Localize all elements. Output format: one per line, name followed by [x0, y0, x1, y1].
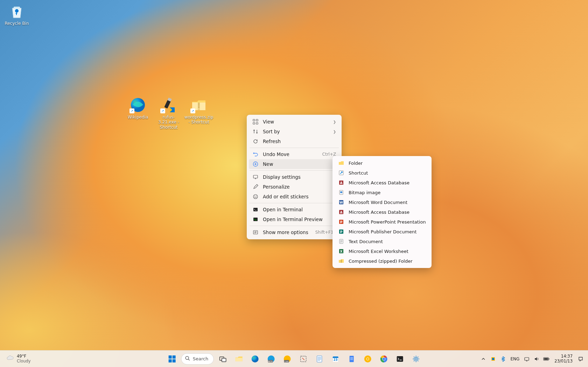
svg-rect-63 [492, 358, 494, 360]
taskbar-center: Search BETA CAN 23 [165, 351, 423, 367]
svg-text:W: W [340, 201, 343, 204]
start-button[interactable] [165, 352, 179, 366]
desktop-icon-wikipedia[interactable]: ↗ Wikipedia [122, 95, 153, 121]
tray-battery-icon[interactable] [542, 352, 551, 366]
taskbar-right: ENG 14:37 23/01/13 [479, 351, 585, 367]
desktop-icon-wordpress[interactable]: ↗ wordpress.zip - Shortcut [183, 95, 214, 126]
svg-rect-5 [256, 119, 258, 121]
svg-rect-36 [173, 359, 176, 362]
desktop-icon-label: wordpress.zip - Shortcut [184, 115, 214, 125]
search-button[interactable]: Search [181, 353, 214, 365]
display-icon [252, 174, 259, 180]
shortcut-icon [338, 170, 344, 176]
tray-volume-icon[interactable] [532, 352, 541, 366]
menu-item-display-settings[interactable]: Display settings [249, 172, 340, 182]
sort-icon [252, 128, 259, 135]
publisher-icon: P [338, 228, 344, 235]
tray-security-icon[interactable] [489, 352, 498, 366]
notifications-button[interactable] [576, 352, 585, 366]
menu-item-label: Open in Terminal [263, 207, 336, 212]
menu-item-open-terminal[interactable]: Open in Terminal [249, 205, 340, 214]
menu-item-new[interactable]: New ❯ [249, 159, 340, 169]
menu-divider [250, 203, 339, 203]
access-icon: A [338, 209, 344, 215]
sub-item-label: Microsoft Access Database [349, 210, 410, 215]
language-button[interactable]: ENG [508, 352, 522, 366]
svg-rect-4 [253, 119, 255, 121]
menu-item-undo-move[interactable]: Undo Move Ctrl+Z [249, 149, 340, 159]
shortcut-arrow-icon: ↗ [160, 108, 165, 113]
taskbar-left: 49°F Cloudy [4, 351, 34, 367]
svg-text:A: A [340, 211, 343, 214]
datetime-button[interactable]: 14:37 23/01/13 [552, 354, 575, 364]
svg-point-59 [383, 358, 385, 360]
menu-item-personalize[interactable]: Personalize [249, 182, 340, 192]
svg-text:P: P [340, 230, 343, 234]
refresh-icon [252, 138, 259, 144]
desktop-icon-rufus[interactable]: ↗ rufus-3.21.exe - Shortcut [153, 95, 184, 131]
calendar-button[interactable]: 23 [328, 352, 342, 366]
search-label: Search [193, 356, 209, 361]
menu-item-refresh[interactable]: Refresh [249, 136, 340, 146]
sub-item-shortcut[interactable]: Shortcut [335, 168, 429, 178]
snipping-tool-button[interactable] [296, 352, 310, 366]
menu-item-open-terminal-preview[interactable]: Open in Terminal Preview [249, 214, 340, 224]
svg-text:CAN: CAN [285, 360, 288, 362]
sub-item-access-1[interactable]: A Microsoft Access Database [335, 178, 429, 188]
undo-icon [252, 151, 259, 157]
svg-rect-34 [173, 355, 176, 359]
svg-rect-35 [169, 359, 172, 362]
weather-widget[interactable]: 49°F Cloudy [4, 353, 34, 365]
settings-button[interactable] [409, 352, 423, 366]
sub-item-bitmap[interactable]: Bitmap image [335, 188, 429, 197]
docs-button[interactable] [344, 352, 358, 366]
svg-rect-49 [317, 356, 322, 362]
svg-rect-9 [253, 175, 258, 178]
tray-network-icon[interactable] [522, 352, 531, 366]
chrome-canary-button[interactable] [360, 352, 374, 366]
show-more-icon [252, 229, 259, 235]
svg-rect-13 [253, 208, 258, 211]
sub-item-access-2[interactable]: A Microsoft Access Database [335, 207, 429, 217]
sub-item-label: Microsoft Access Database [349, 180, 410, 185]
menu-item-stickers[interactable]: Add or edit stickers [249, 192, 340, 202]
menu-item-show-more[interactable]: Show more options Shift+F10 [249, 227, 340, 237]
sub-item-text[interactable]: Text Document [335, 237, 429, 246]
terminal-preview-icon [252, 216, 259, 223]
bitmap-icon [338, 189, 344, 196]
notepad-button[interactable] [312, 352, 326, 366]
chrome-button[interactable] [377, 352, 391, 366]
desktop-icon-recycle-bin[interactable]: Recycle Bin [1, 1, 32, 27]
svg-text:X: X [340, 250, 343, 253]
shortcut-arrow-icon: ↗ [190, 108, 195, 113]
tray-bluetooth-icon[interactable] [498, 352, 507, 366]
sub-item-publisher[interactable]: P Microsoft Publisher Document [335, 227, 429, 237]
edge-button[interactable] [248, 352, 262, 366]
menu-divider [250, 148, 339, 148]
sub-item-excel[interactable]: X Microsoft Excel Worksheet [335, 246, 429, 256]
menu-divider [250, 226, 339, 226]
menu-item-sort-by[interactable]: Sort by ❯ [249, 127, 340, 136]
file-explorer-button[interactable] [232, 352, 246, 366]
excel-icon: X [338, 248, 344, 254]
sub-item-word[interactable]: W Microsoft Word Document [335, 197, 429, 207]
edge-icon: ↗ [130, 97, 146, 113]
edge-canary-button[interactable]: CAN [280, 352, 294, 366]
sub-item-folder[interactable]: Folder [335, 158, 429, 168]
menu-item-view[interactable]: View ❯ [249, 117, 340, 127]
zip-icon [338, 258, 344, 264]
task-view-button[interactable] [216, 352, 230, 366]
svg-point-12 [256, 196, 257, 197]
edge-beta-button[interactable]: BETA [264, 352, 278, 366]
svg-rect-67 [549, 358, 550, 359]
menu-item-label: Refresh [263, 139, 336, 144]
sub-item-powerpoint[interactable]: P Microsoft PowerPoint Presentation [335, 217, 429, 227]
sub-item-label: Compressed (zipped) Folder [349, 259, 413, 264]
sub-item-zip[interactable]: Compressed (zipped) Folder [335, 256, 429, 266]
chevron-right-icon: ❯ [333, 130, 336, 134]
terminal-button[interactable] [393, 352, 407, 366]
tray-chevron-up[interactable] [479, 352, 488, 366]
access-icon: A [338, 179, 344, 186]
menu-item-label: Show more options [263, 230, 308, 235]
sub-item-label: Shortcut [349, 170, 368, 176]
